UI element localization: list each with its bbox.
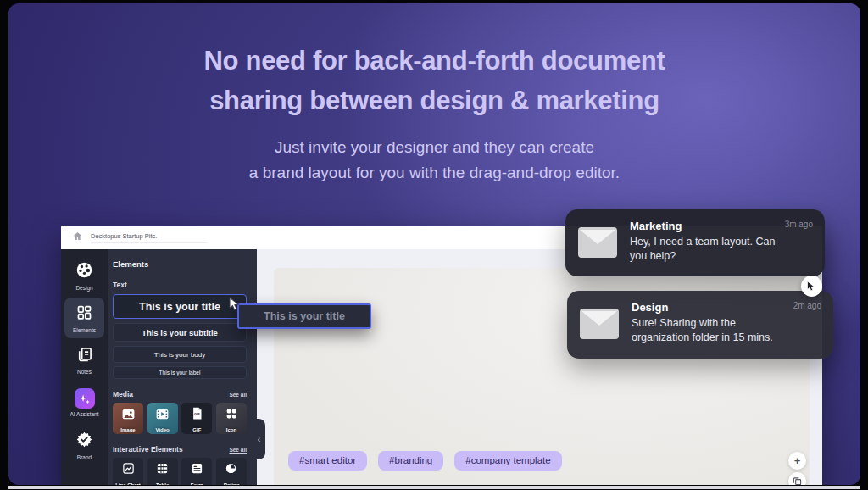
table-icon	[156, 462, 169, 478]
notification-time: 3m ago	[785, 220, 813, 229]
next-section-edge	[8, 486, 860, 489]
tile-label: Icon	[216, 427, 247, 432]
interactive-section-label: Interactive Elements	[113, 445, 183, 454]
media-tile-icon[interactable]: Icon	[216, 403, 247, 434]
notification-message: Hey, I need a team layout. Can you help?	[630, 235, 776, 264]
editor-canvas[interactable]: #smart editor #branding #company templat…	[257, 249, 822, 485]
media-tile-image[interactable]: Image	[113, 403, 143, 434]
image-icon	[122, 408, 135, 423]
media-section-label: Media	[113, 390, 133, 398]
hero-subtitle-line1: Just invite your designer and they can c…	[275, 138, 594, 156]
interactive-tiles: Line Chart Table Form	[113, 458, 247, 485]
nav-item-design[interactable]: Design	[64, 255, 104, 296]
interactive-tile-form[interactable]: Form	[181, 458, 212, 485]
notification-time: 2m ago	[793, 301, 821, 310]
tag-smart-editor[interactable]: #smart editor	[288, 451, 367, 471]
palette-icon	[75, 261, 93, 282]
tag-company-template[interactable]: #company template	[454, 451, 561, 471]
interactive-see-all-link[interactable]: See all	[229, 447, 247, 453]
envelope-icon	[578, 227, 617, 261]
hero-subtitle-line2: a brand layout for you with the drag-and…	[249, 164, 620, 181]
hero-subtitle: Just invite your designer and they can c…	[8, 135, 860, 186]
hero-title-line1: No need for back-and-forth document	[203, 46, 665, 75]
icon-grid-icon	[225, 408, 237, 423]
nav-item-brand[interactable]: Brand	[64, 425, 104, 465]
tile-label: Table	[147, 482, 178, 485]
text-element-subtitle[interactable]: This is your subtitle	[113, 323, 247, 342]
notification-card-marketing[interactable]: Marketing 3m ago Hey, I need a team layo…	[565, 209, 825, 276]
plus-icon: +	[794, 455, 801, 466]
home-icon[interactable]	[72, 230, 83, 245]
add-slide-button[interactable]: +	[788, 452, 806, 470]
form-icon	[191, 462, 203, 478]
notification-card-design[interactable]: Design 2m ago Sure! Sharing with the org…	[567, 291, 833, 359]
text-element-body[interactable]: This is your body	[113, 346, 247, 363]
document-title[interactable]: Decktopus Startup Pitc.	[91, 232, 208, 243]
text-element-label[interactable]: This is your label	[113, 366, 247, 379]
chevron-left-icon: ‹	[258, 435, 260, 444]
brand-seal-icon	[75, 431, 93, 452]
nav-item-notes[interactable]: Notes	[64, 340, 104, 381]
notes-icon	[76, 346, 93, 366]
nav-label: Brand	[77, 454, 92, 460]
rating-icon	[225, 462, 237, 478]
media-tiles: Image Video GIF GIF	[113, 403, 247, 434]
cursor-highlight-circle	[801, 276, 822, 297]
media-tile-gif[interactable]: GIF GIF	[181, 403, 212, 434]
hero-section: No need for back-and-forth document shar…	[8, 41, 860, 186]
tile-label: Line Chart	[113, 482, 143, 485]
tile-label: Video	[147, 427, 178, 432]
tile-label: Image	[113, 427, 143, 432]
text-section-label: Text	[113, 281, 247, 289]
nav-label: AI Assistant	[70, 411, 99, 417]
media-see-all-link[interactable]: See all	[229, 392, 247, 398]
tile-label: Rating	[216, 482, 247, 485]
nav-label: Design	[75, 285, 92, 291]
hero-background: No need for back-and-forth document shar…	[8, 3, 860, 485]
nav-item-elements[interactable]: Elements	[64, 298, 104, 338]
elements-panel: Elements Text This is your title This is…	[108, 249, 257, 485]
mouse-cursor-icon	[228, 297, 242, 315]
interactive-tile-line-chart[interactable]: Line Chart	[113, 458, 143, 485]
elements-grid-icon	[75, 303, 93, 325]
video-icon	[156, 408, 169, 423]
nav-label: Elements	[73, 327, 96, 333]
hero-title-line2: sharing between design & marketing	[209, 86, 659, 115]
tag-branding[interactable]: #branding	[378, 451, 443, 471]
drag-ghost-title-element[interactable]: This is your title	[237, 303, 371, 329]
editor-left-nav: Design Elements Notes	[61, 249, 108, 485]
mouse-cursor-icon	[806, 281, 817, 292]
line-chart-icon	[122, 462, 135, 478]
text-element-title[interactable]: This is your title	[113, 294, 247, 319]
interactive-tile-rating[interactable]: Rating	[216, 458, 247, 485]
media-tile-video[interactable]: Video	[147, 403, 178, 434]
hero-title: No need for back-and-forth document shar…	[8, 41, 860, 120]
notification-message: Sure! Sharing with the organization fold…	[632, 316, 793, 345]
tile-label: GIF	[181, 427, 212, 432]
duplicate-slide-button[interactable]	[788, 472, 806, 485]
envelope-icon	[580, 309, 619, 342]
duplicate-icon	[793, 474, 802, 486]
nav-label: Notes	[77, 369, 92, 375]
ai-sparkles-icon	[75, 388, 95, 409]
gif-file-icon: GIF	[192, 407, 203, 423]
nav-item-ai-assistant[interactable]: AI Assistant	[64, 382, 104, 423]
panel-collapse-handle[interactable]: ‹	[253, 419, 265, 459]
interactive-tile-table[interactable]: Table	[147, 458, 178, 485]
tag-group: #smart editor #branding #company templat…	[288, 451, 562, 471]
panel-heading: Elements	[113, 259, 247, 269]
svg-text:GIF: GIF	[194, 412, 200, 416]
tile-label: Form	[181, 482, 212, 485]
